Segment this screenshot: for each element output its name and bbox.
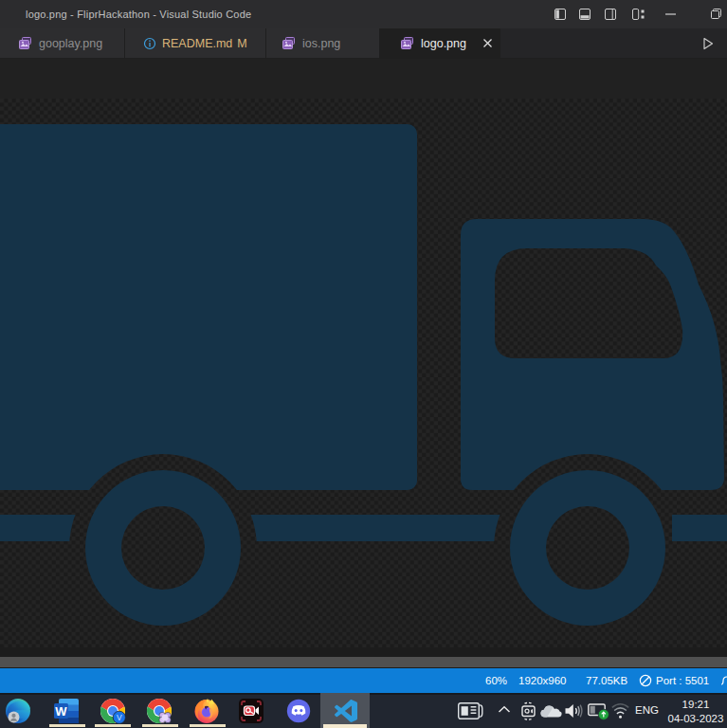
svg-text:W: W (55, 704, 67, 719)
svg-text:V: V (117, 713, 122, 722)
